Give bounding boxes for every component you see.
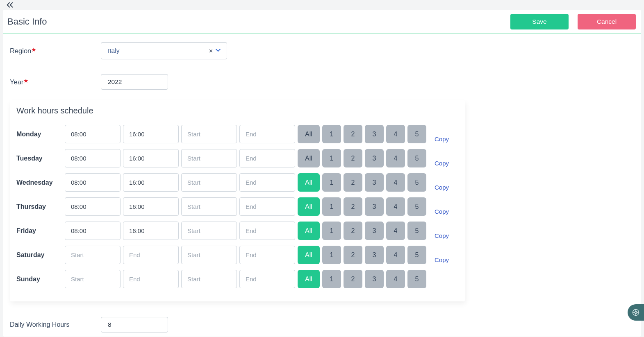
start-time-input[interactable] <box>181 246 237 264</box>
all-button[interactable]: All <box>298 125 320 143</box>
end-time-input[interactable] <box>123 246 179 264</box>
week-number-button[interactable]: 4 <box>386 222 405 240</box>
start-time-input[interactable] <box>65 149 121 167</box>
day-label: Tuesday <box>16 155 65 162</box>
end-time-input[interactable] <box>123 270 179 288</box>
start-time-input[interactable] <box>65 173 121 192</box>
all-button[interactable]: All <box>298 173 320 192</box>
end-time-input[interactable] <box>239 173 295 192</box>
all-button[interactable]: All <box>298 246 320 264</box>
all-button[interactable]: All <box>298 197 320 216</box>
copy-link[interactable]: Copy <box>435 160 449 167</box>
copy-link[interactable]: Copy <box>435 208 449 216</box>
page-title: Basic Info <box>7 16 47 27</box>
week-number-button[interactable]: 1 <box>322 222 341 240</box>
day-label: Wednesday <box>16 179 65 186</box>
week-number-button[interactable]: 1 <box>322 173 341 192</box>
day-row: WednesdayAll12345Copy <box>16 173 458 192</box>
year-input[interactable] <box>101 74 168 90</box>
end-time-input[interactable] <box>239 125 295 143</box>
copy-link[interactable]: Copy <box>435 184 449 192</box>
collapse-icon[interactable] <box>6 2 15 9</box>
start-time-input[interactable] <box>65 197 121 216</box>
all-button[interactable]: All <box>298 149 320 167</box>
week-number-button[interactable]: 5 <box>407 125 426 143</box>
end-time-input[interactable] <box>123 173 179 192</box>
week-number-button[interactable]: 5 <box>407 222 426 240</box>
end-time-input[interactable] <box>239 270 295 288</box>
week-number-button[interactable]: 1 <box>322 197 341 216</box>
year-label: Year★ <box>10 78 101 86</box>
help-fab[interactable] <box>628 304 644 321</box>
end-time-input[interactable] <box>123 125 179 143</box>
region-select-value: Italy <box>108 47 207 54</box>
copy-link[interactable]: Copy <box>435 232 449 240</box>
region-select[interactable]: Italy ✕ <box>101 42 227 59</box>
end-time-input[interactable] <box>239 222 295 240</box>
week-number-button[interactable]: 4 <box>386 246 405 264</box>
week-number-button[interactable]: 2 <box>344 149 362 167</box>
region-label: Region★ <box>10 47 101 55</box>
day-row: ThursdayAll12345Copy <box>16 197 458 216</box>
week-number-button[interactable]: 3 <box>365 125 384 143</box>
week-number-button[interactable]: 3 <box>365 222 384 240</box>
copy-link[interactable]: Copy <box>435 136 449 143</box>
week-number-button[interactable]: 2 <box>344 270 362 288</box>
week-number-button[interactable]: 1 <box>322 246 341 264</box>
week-number-button[interactable]: 5 <box>407 246 426 264</box>
all-button[interactable]: All <box>298 222 320 240</box>
week-number-button[interactable]: 3 <box>365 149 384 167</box>
week-number-button[interactable]: 3 <box>365 270 384 288</box>
start-time-input[interactable] <box>181 270 237 288</box>
start-time-input[interactable] <box>181 222 237 240</box>
week-number-button[interactable]: 2 <box>344 222 362 240</box>
end-time-input[interactable] <box>239 197 295 216</box>
end-time-input[interactable] <box>123 222 179 240</box>
week-number-button[interactable]: 2 <box>344 125 362 143</box>
week-number-button[interactable]: 1 <box>322 125 341 143</box>
start-time-input[interactable] <box>65 222 121 240</box>
day-row: FridayAll12345Copy <box>16 222 458 240</box>
day-label: Saturday <box>16 251 65 259</box>
day-row: SaturdayAll12345Copy <box>16 246 458 264</box>
week-number-button[interactable]: 4 <box>386 149 405 167</box>
week-number-button[interactable]: 4 <box>386 197 405 216</box>
week-number-button[interactable]: 2 <box>344 246 362 264</box>
week-number-button[interactable]: 1 <box>322 149 341 167</box>
day-label: Thursday <box>16 203 65 210</box>
clear-icon[interactable]: ✕ <box>207 48 214 54</box>
week-number-button[interactable]: 4 <box>386 173 405 192</box>
week-number-button[interactable]: 2 <box>344 197 362 216</box>
week-number-button[interactable]: 5 <box>407 197 426 216</box>
start-time-input[interactable] <box>181 173 237 192</box>
week-number-button[interactable]: 3 <box>365 246 384 264</box>
daily-working-hours-label: Daily Working Hours <box>10 321 101 328</box>
start-time-input[interactable] <box>181 197 237 216</box>
end-time-input[interactable] <box>123 197 179 216</box>
cancel-button[interactable]: Cancel <box>578 14 636 29</box>
week-number-button[interactable]: 5 <box>407 173 426 192</box>
week-number-button[interactable]: 4 <box>386 270 405 288</box>
day-label: Sunday <box>16 276 65 283</box>
start-time-input[interactable] <box>181 125 237 143</box>
copy-link[interactable]: Copy <box>435 256 449 264</box>
week-number-button[interactable]: 1 <box>322 270 341 288</box>
start-time-input[interactable] <box>65 125 121 143</box>
end-time-input[interactable] <box>239 246 295 264</box>
day-label: Friday <box>16 227 65 235</box>
end-time-input[interactable] <box>123 149 179 167</box>
all-button[interactable]: All <box>298 270 320 288</box>
week-number-button[interactable]: 4 <box>386 125 405 143</box>
start-time-input[interactable] <box>181 149 237 167</box>
start-time-input[interactable] <box>65 246 121 264</box>
save-button[interactable]: Save <box>510 14 569 29</box>
end-time-input[interactable] <box>239 149 295 167</box>
week-number-button[interactable]: 2 <box>344 173 362 192</box>
chevron-down-icon[interactable] <box>214 47 222 54</box>
week-number-button[interactable]: 3 <box>365 197 384 216</box>
start-time-input[interactable] <box>65 270 121 288</box>
week-number-button[interactable]: 5 <box>407 270 426 288</box>
week-number-button[interactable]: 5 <box>407 149 426 167</box>
week-number-button[interactable]: 3 <box>365 173 384 192</box>
daily-working-hours-input[interactable] <box>101 317 168 332</box>
